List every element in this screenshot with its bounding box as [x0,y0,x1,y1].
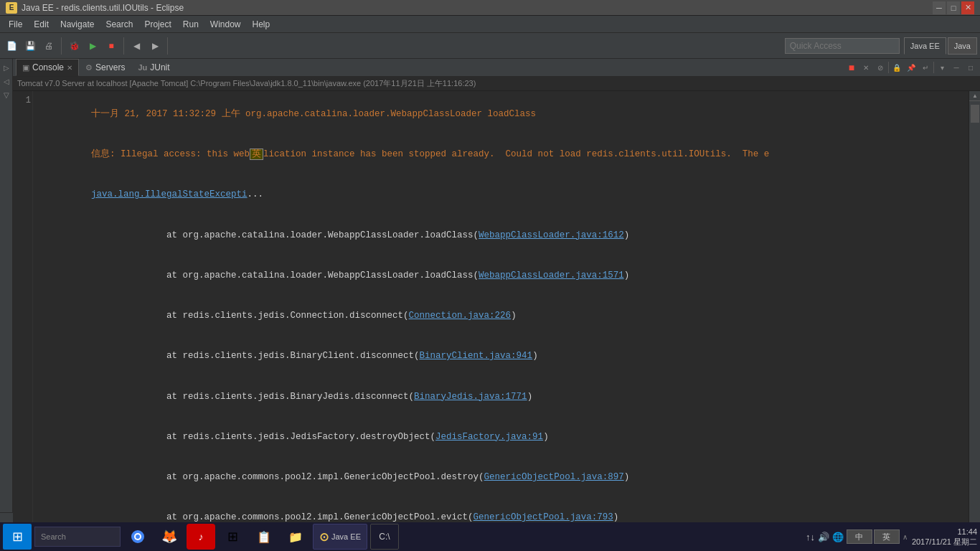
stack-link-1[interactable]: WebappClassLoader.java:1612 [479,230,624,240]
stack-link-4[interactable]: BinaryClient.java:941 [420,351,533,361]
stack-link-8[interactable]: GenericObjectPool.java:793 [473,512,613,522]
clock-display[interactable]: 11:44 2017/11/21 星期二 [912,527,977,547]
menu-help[interactable]: Help [247,16,276,33]
console-server-info: Tomcat v7.0 Server at localhost [Apache … [13,77,980,91]
taskbar: ⊞ Search 🦊 ♪ ⊞ 📋 📁 ⊙ Java EE C:\ ↑↓ 🔊 🌐 [0,522,980,551]
music-icon: ♪ [199,531,204,542]
menu-run[interactable]: Run [177,16,204,33]
java-perspective-button[interactable]: Java [948,37,977,55]
run-button[interactable]: ▶ [84,37,101,55]
quick-access-input[interactable] [785,38,900,54]
sidebar-icon-3[interactable]: ▽ [1,89,12,100]
stack-1: at org.apache.catalina.loader.WebappClas… [37,215,964,255]
input-method-area: 中 英 [847,529,900,544]
maximize-view-button[interactable]: □ [964,61,977,74]
taskbar-chrome[interactable] [123,524,152,550]
maximize-button[interactable]: □ [947,1,960,14]
start-button[interactable]: ⊞ [3,524,32,550]
sidebar-icon-1[interactable]: ▷ [1,62,12,73]
menu-project[interactable]: Project [138,16,176,33]
console-content-wrapper: 1 十一月 21, 2017 11:32:29 上午 org.apache.ca… [13,91,980,551]
back-button[interactable]: ◀ [128,37,145,55]
stack-link-7[interactable]: GenericObjectPool.java:897 [484,472,624,482]
info-text-cont: lication instance has been stopped alrea… [263,149,769,159]
menu-window[interactable]: Window [204,16,247,33]
stack-link-6[interactable]: JedisFactory.java:91 [435,432,543,442]
taskbar-music[interactable]: ♪ [187,524,215,550]
scroll-lock-button[interactable]: 🔒 [890,61,903,74]
minimize-button[interactable]: ─ [933,1,946,14]
view-menu-button[interactable]: ▾ [936,61,948,74]
console-tab[interactable]: ▣ Console ✕ [16,59,79,76]
stack-link-3[interactable]: Connection.java:226 [409,311,512,321]
network-tray-icon[interactable]: ↑↓ [806,532,815,542]
menu-bar: File Edit Navigate Search Project Run Wi… [0,16,980,33]
stack-3: at redis.clients.jedis.Connection.discon… [37,296,964,336]
stack-2: at org.apache.catalina.loader.WebappClas… [37,255,964,296]
eclipse-label: Java EE [331,532,361,541]
menu-edit[interactable]: Edit [28,16,55,33]
tray-icons: ↑↓ 🔊 🌐 中 英 ∧ [806,529,908,544]
clear-console-button[interactable]: ■ [845,61,858,74]
volume-tray-icon[interactable]: 🔊 [818,532,829,542]
eclipse-taskbar-icon: ⊙ [319,530,329,544]
sidebar-icon-2[interactable]: ◁ [1,75,12,87]
save-button[interactable]: 💾 [22,37,39,55]
menu-file[interactable]: File [3,16,28,33]
chinese-input-btn[interactable]: 中 [847,529,872,544]
minimize-view-button[interactable]: ─ [950,61,963,74]
line-numbers: 1 [13,91,33,551]
javaee-perspective-button[interactable]: Java EE [904,37,946,55]
chrome-icon [131,529,145,544]
stack-link-2[interactable]: WebappClassLoader.java:1571 [479,270,624,281]
console-tab-icon: ▣ [22,63,29,72]
taskbar-search-label: Search [41,532,66,541]
console-tab-bar: ▣ Console ✕ ⚙ Servers Ju JUnit ■ ✕ ⊘ 🔒 📌… [13,59,980,77]
console-tab-close[interactable]: ✕ [67,64,72,72]
taskbar-search[interactable]: Search [34,527,121,547]
taskbar-windows[interactable]: ⊞ [218,524,247,550]
stack-6: at redis.clients.jedis.JedisFactory.dest… [37,417,964,457]
taskbar-cmd[interactable]: C:\ [370,524,399,550]
console-tab-label: Console [32,62,64,72]
print-button[interactable]: 🖨 [40,37,57,55]
junit-tab[interactable]: Ju JUnit [131,59,176,76]
info-text: 信息: Illegal access: this web [91,149,250,159]
close-button[interactable]: ✕ [961,1,974,14]
stack-link-5[interactable]: BinaryJedis.java:1771 [414,392,527,402]
time-text: 11:44 [912,527,977,537]
toolbar: 📄 💾 🖨 🐞 ▶ ■ ◀ ▶ Java EE Java [0,33,980,59]
cmd-icon: C:\ [379,532,390,542]
taskbar-eclipse-button[interactable]: ⊙ Java EE [313,524,367,550]
sidebar-left: ▷ ◁ ▽ [0,59,13,512]
timestamp-text: 十一月 21, 2017 11:32:29 上午 org.apache.cata… [91,109,536,119]
servers-tab[interactable]: ⚙ Servers [79,59,131,76]
log-line-1: 十一月 21, 2017 11:32:29 上午 org.apache.cata… [37,94,964,134]
taskbar-tasks[interactable]: 📋 [250,524,278,550]
english-input-btn[interactable]: 英 [874,529,900,544]
debug-button[interactable]: 🐞 [65,37,83,55]
forward-button[interactable]: ▶ [146,37,164,55]
window-controls: ─ □ ✕ [933,1,974,14]
ime-indicator: 英 [250,149,263,160]
console-toolbar-sep [888,62,889,73]
console-output: 十一月 21, 2017 11:32:29 上午 org.apache.cata… [33,91,969,551]
scroll-up-button[interactable]: ▲ [969,91,980,101]
menu-search[interactable]: Search [100,16,138,33]
more-tray-btn[interactable]: ∧ [903,533,908,541]
eclipse-icon: E [6,2,17,14]
stop-button[interactable]: ■ [103,37,120,55]
taskbar-files[interactable]: 📁 [281,524,310,550]
exception-link-1[interactable]: java.lang.IllegalStateExcepti [91,189,248,199]
new-button[interactable]: 📄 [3,37,20,55]
scrollbar-thumb[interactable] [971,105,979,123]
globe-tray-icon[interactable]: 🌐 [832,532,844,542]
taskbar-firefox[interactable]: 🦊 [155,524,184,550]
stack-4: at redis.clients.jedis.BinaryClient.disc… [37,336,964,377]
terminate-button[interactable]: ✕ [859,61,872,74]
menu-navigate[interactable]: Navigate [55,16,100,33]
pin-button[interactable]: 📌 [905,61,918,74]
junit-tab-label: JUnit [150,62,169,72]
disconnect-button[interactable]: ⊘ [874,61,887,74]
word-wrap-button[interactable]: ↵ [919,61,932,74]
